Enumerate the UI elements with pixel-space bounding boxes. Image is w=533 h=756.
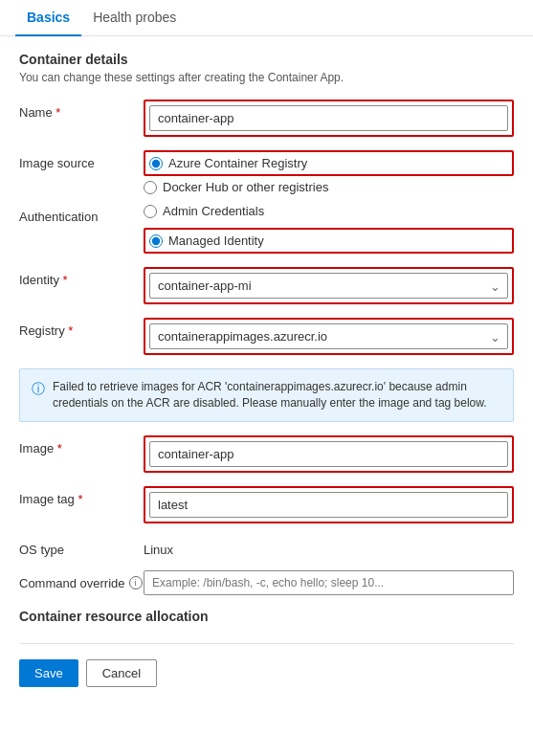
- registry-row: Registry * containerappimages.azurecr.io…: [19, 318, 514, 355]
- os-type-label: OS type: [19, 537, 144, 557]
- authentication-label: Authentication: [19, 204, 144, 224]
- radio-acr[interactable]: Azure Container Registry: [149, 156, 508, 170]
- registry-select[interactable]: containerappimages.azurecr.io: [149, 323, 508, 349]
- main-content: Container details You can change these s…: [0, 36, 533, 702]
- command-override-input[interactable]: [144, 570, 514, 595]
- registry-required-marker: *: [68, 323, 73, 338]
- section-title: Container details: [19, 52, 514, 67]
- registry-select-wrapper: containerappimages.azurecr.io ⌄: [149, 323, 508, 349]
- command-override-label: Command override i: [19, 570, 144, 590]
- docker-hub-row: Docker Hub or other registries: [19, 180, 514, 194]
- image-required-marker: *: [57, 441, 62, 456]
- tab-health-probes[interactable]: Health probes: [81, 0, 188, 36]
- image-source-label: Image source: [19, 150, 144, 170]
- radio-dockerhub[interactable]: Docker Hub or other registries: [144, 180, 514, 194]
- image-label: Image *: [19, 435, 144, 456]
- button-row: Save Cancel: [19, 643, 514, 687]
- image-source-row: Image source Azure Container Registry: [19, 150, 514, 176]
- image-source-wrapper: Azure Container Registry: [144, 150, 514, 176]
- image-row: Image *: [19, 435, 514, 473]
- image-tag-wrapper: [144, 486, 514, 523]
- docker-hub-wrapper: Docker Hub or other registries: [144, 180, 514, 194]
- name-row: Name *: [19, 100, 514, 137]
- info-icon: ⓘ: [32, 380, 45, 411]
- managed-identity-box: Managed Identity: [144, 228, 514, 254]
- image-input[interactable]: [149, 441, 508, 467]
- identity-label: Identity *: [19, 267, 144, 287]
- resource-allocation-title: Container resource allocation: [19, 609, 514, 624]
- radio-managed[interactable]: Managed Identity: [149, 233, 508, 248]
- radio-managed-input[interactable]: [149, 234, 163, 248]
- os-type-row: OS type Linux: [19, 537, 514, 557]
- identity-select-wrapper: container-app-mi ⌄: [149, 273, 508, 299]
- image-tag-input[interactable]: [149, 492, 508, 518]
- tab-basics[interactable]: Basics: [15, 0, 81, 36]
- name-required-marker: *: [56, 105, 60, 120]
- image-source-radio-group: Azure Container Registry: [149, 156, 508, 170]
- radio-admin-input[interactable]: [144, 205, 157, 218]
- info-message-text: Failed to retrieve images for ACR 'conta…: [53, 379, 501, 411]
- image-wrapper: [144, 435, 514, 473]
- os-type-value: Linux: [144, 537, 514, 557]
- save-button[interactable]: Save: [19, 659, 78, 687]
- authentication-row: Authentication Admin Credentials Managed…: [19, 204, 514, 254]
- command-override-info-icon[interactable]: i: [129, 576, 143, 589]
- radio-acr-input[interactable]: [149, 157, 163, 170]
- authentication-wrapper: Admin Credentials Managed Identity: [144, 204, 514, 254]
- identity-wrapper: container-app-mi ⌄: [144, 267, 514, 304]
- image-tag-required-marker: *: [78, 492, 82, 506]
- info-message-box: ⓘ Failed to retrieve images for ACR 'con…: [19, 368, 514, 422]
- name-label: Name *: [19, 100, 144, 120]
- tabs-container: Basics Health probes: [0, 0, 533, 36]
- command-override-row: Command override i: [19, 570, 514, 595]
- resource-allocation-section: Container resource allocation: [19, 609, 514, 624]
- name-input[interactable]: [149, 105, 508, 131]
- image-tag-row: Image tag *: [19, 486, 514, 523]
- identity-select[interactable]: container-app-mi: [149, 273, 508, 299]
- name-field-wrapper: [144, 100, 514, 137]
- command-override-wrapper: [144, 570, 514, 595]
- section-description: You can change these settings after crea…: [19, 71, 514, 84]
- identity-required-marker: *: [63, 273, 68, 287]
- radio-admin[interactable]: Admin Credentials: [144, 204, 514, 218]
- cancel-button[interactable]: Cancel: [86, 659, 157, 687]
- radio-dockerhub-input[interactable]: [144, 181, 157, 194]
- os-type-static: Linux: [144, 537, 514, 557]
- registry-wrapper: containerappimages.azurecr.io ⌄: [144, 318, 514, 355]
- image-tag-label: Image tag *: [19, 486, 144, 506]
- identity-row: Identity * container-app-mi ⌄: [19, 267, 514, 304]
- registry-label: Registry *: [19, 318, 144, 338]
- authentication-radio-group: Admin Credentials Managed Identity: [144, 204, 514, 254]
